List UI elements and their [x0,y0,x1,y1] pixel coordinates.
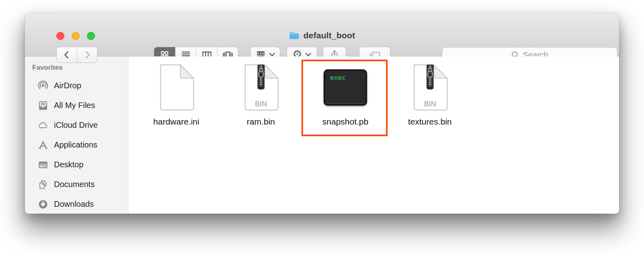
bin-badge: BIN [255,100,267,108]
file-name-label: snapshot.pb [322,117,368,127]
airdrop-icon [38,81,48,91]
sidebar-item-all-my-files[interactable]: All My Files [25,96,128,115]
file-ram-bin[interactable]: BIN ram.bin [219,61,303,127]
sidebar-item-icloud-drive[interactable]: iCloud Drive [25,115,128,135]
file-name-label: hardware.ini [153,117,199,127]
window-body: Favorites AirDrop [25,56,619,214]
back-button[interactable] [57,47,77,62]
exec-badge: exec [330,74,346,81]
sidebar-item-label: Documents [54,180,95,189]
navigation-buttons [56,47,97,63]
file-snapshot-pb[interactable]: exec snapshot.pb [303,61,388,127]
icloud-icon [38,120,48,131]
executable-terminal-icon: exec [324,69,367,106]
sidebar-item-label: AirDrop [54,81,81,90]
archive-bin-icon: BIN [242,64,279,111]
sidebar: Favorites AirDrop [25,56,128,214]
downloads-icon [38,199,48,210]
titlebar: default_boot [25,30,619,41]
window-chrome: default_boot [25,13,619,56]
sidebar-item-label: Downloads [54,200,94,209]
desktop-background: default_boot [0,0,644,260]
chevron-right-icon [83,50,92,60]
archive-bin-icon: BIN [411,64,448,111]
all-my-files-icon [38,100,48,111]
forward-button[interactable] [77,47,97,62]
sidebar-item-label: All My Files [54,101,95,110]
sidebar-item-documents[interactable]: Documents [25,175,128,194]
sidebar-item-label: Applications [54,140,97,150]
sidebar-item-airdrop[interactable]: AirDrop [25,76,128,96]
bin-badge: BIN [424,100,436,108]
sidebar-item-desktop[interactable]: Desktop [25,155,128,175]
document-icon [158,64,195,111]
file-name-label: textures.bin [408,117,452,127]
sidebar-section-favorites: Favorites [32,64,128,72]
applications-icon [38,140,48,150]
sidebar-item-label: iCloud Drive [54,121,98,130]
chevron-left-icon [62,50,72,60]
file-name-label: ram.bin [247,117,275,127]
documents-icon [38,179,48,190]
file-grid: hardware.ini B [128,56,619,214]
file-textures-bin[interactable]: BIN textures.bin [388,61,472,127]
folder-icon [289,30,299,41]
window-title: default_boot [303,31,355,40]
sidebar-item-downloads[interactable]: Downloads [25,194,128,214]
sidebar-item-applications[interactable]: Applications [25,135,128,155]
desktop-icon [38,160,48,170]
finder-window: default_boot [25,13,619,214]
file-hardware-ini[interactable]: hardware.ini [134,61,219,127]
sidebar-item-label: Desktop [54,160,83,169]
